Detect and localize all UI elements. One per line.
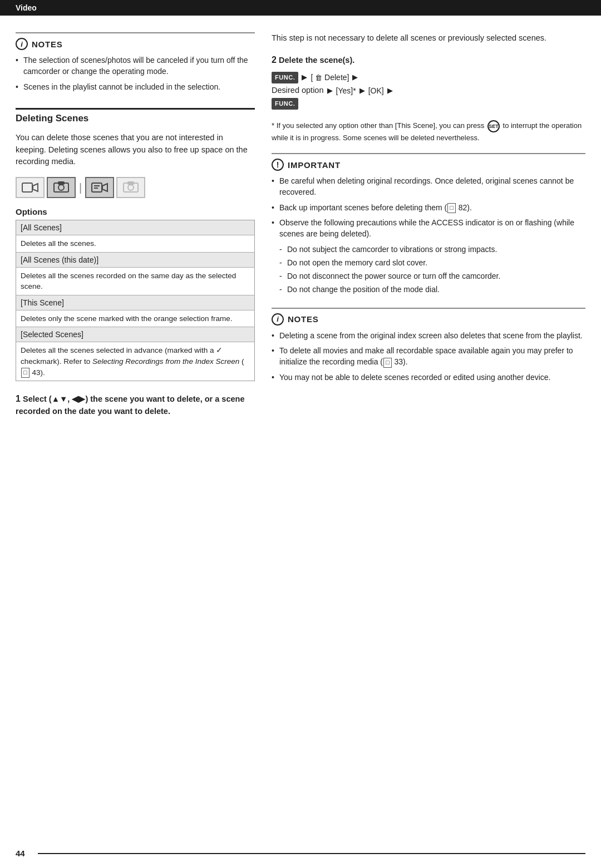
important-subitem-4: Do not change the position of the mode d… — [279, 284, 585, 295]
footer-divider — [38, 853, 585, 854]
func-button-1: FUNC. — [272, 72, 298, 84]
page-footer: 44 — [16, 849, 585, 858]
important-sublist: Do not subject the camcorder to vibratio… — [272, 244, 585, 295]
notes-box: i NOTES The selection of scenes/photos w… — [16, 32, 255, 92]
important-list: Be careful when deleting original record… — [272, 175, 585, 295]
arrow-icon-4: ▶ — [359, 85, 365, 97]
mode-separator: | — [79, 181, 82, 194]
step-1-number: 1 — [16, 394, 21, 403]
option-name-2: [All Scenes (this date)] — [16, 252, 255, 267]
option-desc-row-3: Deletes only the scene marked with the o… — [16, 310, 255, 327]
mode-icon-playlist — [85, 177, 114, 198]
left-column: i NOTES The selection of scenes/photos w… — [16, 32, 255, 428]
notes-title: NOTES — [32, 40, 62, 49]
option-row-2: [All Scenes (this date)] — [16, 252, 255, 267]
svg-rect-0 — [22, 183, 32, 192]
option-row-1: [All Scenes] — [16, 220, 255, 235]
top-bar: Video — [0, 0, 601, 16]
option-desc-row-4: Deletes all the scenes selected in advan… — [16, 342, 255, 381]
option-name-1: [All Scenes] — [16, 220, 255, 235]
info-icon-2: i — [272, 313, 284, 326]
important-title: IMPORTANT — [288, 160, 341, 170]
option-desc-row-1: Deletes all the scenes. — [16, 235, 255, 253]
step-2: 2 Delete the scene(s). FUNC. ▶ [ 🗑 Delet… — [272, 55, 585, 110]
section-body: You can delete those scenes that you are… — [16, 132, 255, 168]
notes-title-2: NOTES — [288, 314, 318, 324]
notes-list: The selection of scenes/photos will be c… — [16, 55, 255, 92]
important-box: ! IMPORTANT Be careful when deleting ori… — [272, 153, 585, 295]
option-row-3: [This Scene] — [16, 295, 255, 310]
step-1: 1 Select (▲▼, ◀▶) the scene you want to … — [16, 393, 255, 418]
svg-point-10 — [128, 185, 134, 190]
important-item-3: Observe the following precautions while … — [272, 217, 585, 240]
notes-list-2: Deleting a scene from the original index… — [272, 330, 585, 383]
page-section-title: Video — [16, 3, 37, 12]
ok-label: [OK] — [368, 85, 384, 97]
section-title: Deleting Scenes — [16, 108, 255, 124]
func-button-2: FUNC. — [272, 98, 298, 110]
info-icon: i — [16, 38, 28, 50]
arrow-icon-3: ▶ — [327, 85, 333, 97]
option-desc-3: Deletes only the scene marked with the o… — [16, 310, 255, 327]
important-subitem-1: Do not subject the camcorder to vibratio… — [279, 244, 585, 255]
intro-text: This step is not necessary to delete all… — [272, 32, 585, 45]
svg-point-3 — [58, 185, 64, 190]
option-row-4: [Selected Scenes] — [16, 327, 255, 342]
option-desc-1: Deletes all the scenes. — [16, 235, 255, 253]
arrow-icon-1: ▶ — [302, 72, 307, 83]
notes-item-1: The selection of scenes/photos will be c… — [16, 55, 255, 77]
notes-box-2: i NOTES Deleting a scene from the origin… — [272, 308, 585, 383]
step-2-label: Delete the scene(s). — [279, 56, 354, 65]
option-name-4: [Selected Scenes] — [16, 327, 255, 342]
warning-icon: ! — [272, 159, 284, 171]
svg-marker-1 — [33, 184, 38, 191]
important-header: ! IMPORTANT — [272, 159, 585, 171]
step-2-number: 2 — [272, 55, 277, 65]
step-1-text: Select (▲▼, ◀▶) the scene you want to de… — [16, 394, 244, 416]
notes-header-2: i NOTES — [272, 313, 585, 326]
notes-header: i NOTES — [16, 38, 255, 50]
option-name-3: [This Scene] — [16, 295, 255, 310]
option-desc-row-2: Deletes all the scenes recorded on the s… — [16, 267, 255, 295]
mode-icon-photo — [47, 177, 76, 198]
svg-marker-6 — [102, 184, 107, 191]
important-subitem-2: Do not open the memory card slot cover. — [279, 257, 585, 268]
notes2-item-1: Deleting a scene from the original index… — [272, 330, 585, 341]
option-desc-2: Deletes all the scenes recorded on the s… — [16, 267, 255, 295]
step2-footnote: * If you selected any option other than … — [272, 120, 585, 144]
yes-label: [Yes]* — [336, 85, 356, 97]
mode-icon-video — [16, 177, 45, 198]
page-number: 44 — [16, 849, 38, 858]
notes2-item-2: To delete all movies and make all record… — [272, 345, 585, 368]
arrow-icon-2: ▶ — [352, 72, 358, 83]
important-item-1: Be careful when deleting original record… — [272, 175, 585, 198]
option-desc-4: Deletes all the scenes selected in advan… — [16, 342, 255, 381]
right-column: This step is not necessary to delete all… — [272, 32, 585, 428]
important-subitem-3: Do not disconnect the power source or tu… — [279, 270, 585, 282]
set-icon: SET — [487, 120, 500, 132]
options-table: [All Scenes] Deletes all the scenes. [Al… — [16, 220, 255, 381]
options-title: Options — [16, 207, 255, 216]
mode-icon-photo2 — [116, 177, 145, 198]
mode-icons-row: | — [16, 177, 255, 198]
step-2-instruction: FUNC. ▶ [ 🗑 Delete] ▶ Desired option ▶ [… — [272, 71, 585, 110]
important-item-2: Back up important scenes before deleting… — [272, 202, 585, 213]
desired-option-text: Desired option — [272, 86, 324, 95]
page-content: i NOTES The selection of scenes/photos w… — [0, 16, 601, 450]
notes2-item-3: You may not be able to delete scenes rec… — [272, 372, 585, 383]
delete-label: [ 🗑 Delete] — [311, 71, 349, 84]
arrow-icon-5: ▶ — [387, 85, 393, 97]
notes-item-2: Scenes in the playlist cannot be include… — [16, 81, 255, 92]
